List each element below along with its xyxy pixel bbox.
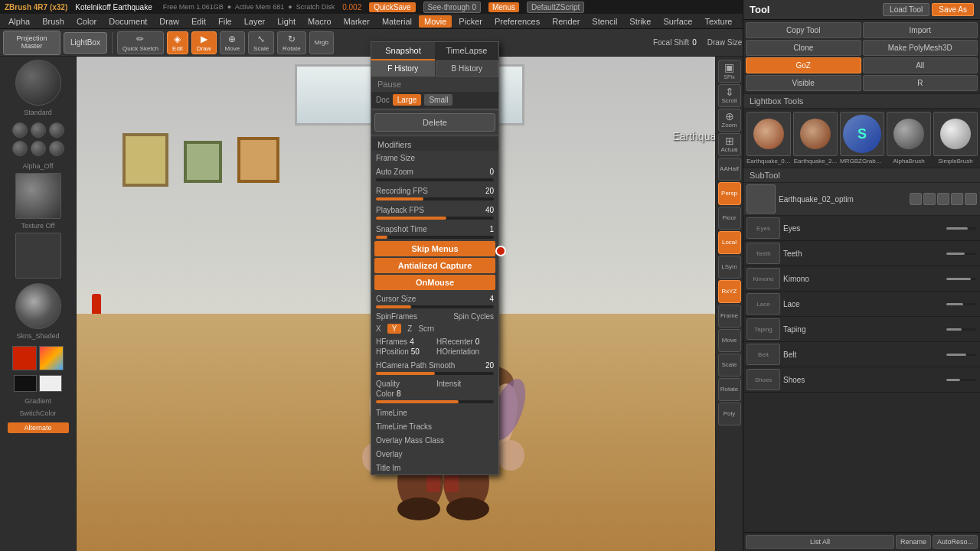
persp-btn[interactable]: Persp	[718, 182, 741, 205]
floor-btn[interactable]: Floor	[718, 207, 741, 230]
rotate-btn[interactable]: ↻ Rotate	[277, 31, 306, 54]
menu-material[interactable]: Material	[377, 15, 417, 28]
playback-fps-slider[interactable]	[376, 217, 494, 220]
rotate-ri-btn[interactable]: Rotate	[718, 378, 741, 401]
menu-file[interactable]: File	[213, 15, 237, 28]
make-polymesh-btn[interactable]: Make PolyMesh3D	[863, 40, 978, 56]
brush-dot-4[interactable]	[12, 141, 28, 156]
tool-thumb-5[interactable]: SimpleBrush	[933, 112, 978, 165]
menu-draw[interactable]: Draw	[154, 15, 185, 28]
quicksave-btn[interactable]: QuickSave	[369, 2, 415, 12]
list-all-btn[interactable]: List All	[746, 535, 894, 549]
scale-ri-btn[interactable]: Scale	[718, 354, 741, 377]
quality-slider[interactable]	[376, 400, 494, 403]
large-btn[interactable]: Large	[393, 94, 422, 106]
snapshot-time-slider[interactable]	[376, 236, 494, 239]
f-history-tab[interactable]: F History	[371, 60, 435, 77]
menu-layer[interactable]: Layer	[239, 15, 271, 28]
menus-btn[interactable]: Menus	[488, 2, 519, 12]
rxyz-btn[interactable]: RxYZ	[718, 280, 741, 303]
auto-zoom-slider[interactable]	[376, 178, 494, 181]
aahalf-btn[interactable]: AAHalf	[718, 158, 741, 181]
subtool-ctrl-2[interactable]	[923, 193, 936, 205]
clone-btn[interactable]: Clone	[746, 40, 861, 56]
move-ri-btn[interactable]: Move	[718, 329, 741, 352]
quick-sketch-btn[interactable]: ✏ Quick Sketch	[117, 31, 164, 54]
save-as-btn[interactable]: Save As	[932, 3, 974, 16]
menu-stencil[interactable]: Stencil	[586, 15, 622, 28]
lsym-btn[interactable]: LSym	[718, 256, 741, 279]
small-btn[interactable]: Small	[424, 94, 452, 106]
load-tool-btn[interactable]: Load Tool	[883, 3, 929, 16]
all-btn[interactable]: All	[863, 57, 978, 73]
menu-document[interactable]: Document	[103, 15, 152, 28]
menu-color[interactable]: Color	[71, 15, 102, 28]
poly-btn[interactable]: Poly	[718, 403, 741, 425]
subtool-item-shoes[interactable]: Shoes Shoes	[743, 367, 980, 393]
see-through-btn[interactable]: See-through 0	[423, 2, 481, 13]
menu-edit[interactable]: Edit	[186, 15, 211, 28]
edit-btn[interactable]: ◈ Edit	[167, 31, 188, 54]
tool-thumb-2[interactable]: Earthquake_2...	[793, 112, 838, 165]
subtool-ctrl-1[interactable]	[910, 193, 922, 205]
menu-surface[interactable]: Surface	[658, 15, 697, 28]
delete-btn[interactable]: Delete	[374, 113, 495, 132]
r-btn[interactable]: R	[863, 75, 978, 91]
recording-fps-slider[interactable]	[376, 197, 494, 201]
cursor-size-slider[interactable]	[376, 305, 494, 308]
scroll-btn[interactable]: ⇕ Scroll	[718, 84, 741, 107]
menu-texture[interactable]: Texture	[699, 15, 737, 28]
tool-thumb-1[interactable]: Earthquake_02_optim	[746, 112, 791, 165]
brush-dot-3[interactable]	[49, 122, 64, 138]
brush-dot-6[interactable]	[49, 141, 64, 156]
timelapse-tab[interactable]: TimeLapse	[435, 42, 498, 60]
swatch-red[interactable]	[12, 346, 37, 370]
subtool-item-belt[interactable]: Belt Belt	[743, 342, 980, 367]
spin-y-box[interactable]: Y	[387, 324, 402, 334]
menu-alpha[interactable]: Alpha	[3, 15, 35, 28]
goz-btn[interactable]: GoZ	[746, 57, 861, 73]
actual-btn[interactable]: ⊞ Actual	[718, 133, 741, 156]
snapshot-tab[interactable]: Snapshot	[371, 42, 435, 60]
copy-tool-btn[interactable]: Copy Tool	[746, 22, 861, 38]
rename-btn[interactable]: Rename	[896, 535, 931, 549]
menu-strike[interactable]: Strike	[624, 15, 656, 28]
brush-dot-1[interactable]	[12, 122, 28, 138]
tool-thumb-4[interactable]: AlphaBrush	[887, 112, 931, 165]
local-btn[interactable]: Local	[718, 231, 741, 254]
subtool-ctrl-4[interactable]	[951, 193, 963, 205]
autoresolve-btn[interactable]: AutoReso...	[933, 535, 978, 549]
skip-menus-btn[interactable]: Skip Menus	[374, 241, 495, 256]
subtool-ctrl-3[interactable]	[937, 193, 949, 205]
antialized-capture-btn[interactable]: Antialized Capture	[374, 258, 495, 273]
b-history-tab[interactable]: B History	[436, 60, 499, 77]
alternate-btn[interactable]: Alternate	[8, 422, 69, 433]
zoom-btn[interactable]: ⊕ Zoom	[718, 109, 741, 132]
subtool-item-eyes[interactable]: Eyes Eyes	[743, 216, 980, 241]
spix-btn[interactable]: ▣ SPix	[718, 60, 741, 83]
scale-btn[interactable]: ⤡ Scale	[248, 31, 274, 54]
brush-dot-5[interactable]	[31, 141, 46, 156]
menu-movie[interactable]: Movie	[419, 15, 452, 28]
swatch-black[interactable]	[14, 375, 37, 392]
visible-btn[interactable]: Visible	[746, 75, 861, 91]
subtool-item-teeth[interactable]: Teeth Teeth	[743, 241, 980, 266]
tool-thumb-3[interactable]: S MRGBZGrabber	[840, 112, 884, 165]
draw-btn[interactable]: ▶ Draw	[191, 31, 217, 54]
subtool-ctrl-5[interactable]	[965, 193, 977, 205]
menu-macro[interactable]: Macro	[302, 15, 337, 28]
subtool-item-lace[interactable]: Lace Lace	[743, 292, 980, 317]
mrgb-btn[interactable]: Mrgb	[309, 31, 334, 54]
projection-master-btn[interactable]: Projection Master	[3, 31, 60, 55]
lightbox-btn[interactable]: LightBox	[64, 32, 107, 54]
default-ui-btn[interactable]: DefaultZScript	[527, 2, 584, 13]
switch-color-btn[interactable]: SwitchColor	[19, 409, 56, 417]
menu-marker[interactable]: Marker	[338, 15, 375, 28]
menu-brush[interactable]: Brush	[37, 15, 70, 28]
menu-light[interactable]: Light	[272, 15, 301, 28]
frame-btn[interactable]: Frame	[718, 305, 741, 328]
subtool-item-kimono[interactable]: Kimono Kimono	[743, 266, 980, 292]
brush-dot-2[interactable]	[31, 122, 46, 138]
subtool-item-taping[interactable]: Taping Taping	[743, 317, 980, 342]
swatch-gradient[interactable]	[39, 346, 64, 370]
